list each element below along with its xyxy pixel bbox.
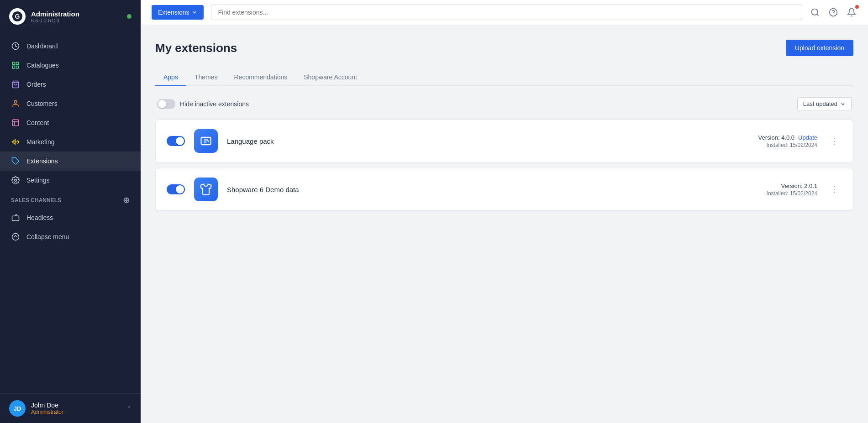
filter-bar: Hide inactive extensions Last updated <box>155 97 853 110</box>
sidebar-item-label: Orders <box>26 81 46 88</box>
sidebar-item-orders[interactable]: Orders <box>0 75 141 94</box>
extension-version-demo-data: Version: 2.0.1 <box>781 183 818 189</box>
sidebar-item-label: Extensions <box>26 157 58 165</box>
user-info: John Doe Administrator <box>31 402 121 415</box>
brand-name: Administration <box>31 10 121 18</box>
svg-rect-1 <box>12 62 15 64</box>
sidebar-item-label: Dashboard <box>26 42 58 50</box>
settings-icon <box>11 176 20 185</box>
content-area: My extensions Upload extension Apps Them… <box>141 25 868 423</box>
sidebar-item-label: Content <box>26 119 49 126</box>
topbar: Extensions <box>141 0 868 25</box>
sidebar-item-marketing[interactable]: Marketing <box>0 132 141 151</box>
notifications-icon[interactable] <box>846 7 857 18</box>
svg-rect-11 <box>12 216 19 221</box>
status-dot <box>127 14 132 19</box>
sidebar-item-label: Headless <box>26 214 53 221</box>
sidebar-brand: Administration 6.6.0.0.RC.3 <box>31 10 121 23</box>
svg-point-13 <box>812 9 818 15</box>
sidebar-header: Administration 6.6.0.0.RC.3 <box>0 0 141 33</box>
user-name: John Doe <box>31 402 121 409</box>
tab-themes[interactable]: Themes <box>186 69 226 86</box>
sidebar-item-dashboard[interactable]: Dashboard <box>0 37 141 56</box>
svg-line-14 <box>817 14 819 16</box>
svg-point-10 <box>15 179 17 182</box>
extension-name-demo-data: Shopware 6 Demo data <box>227 186 758 193</box>
brand-logo <box>9 8 26 25</box>
sidebar-item-headless[interactable]: Headless <box>0 208 141 227</box>
extension-icon-language-pack <box>194 129 218 153</box>
extensions-icon <box>11 157 20 166</box>
sales-channels-label: Sales Channels <box>11 197 61 204</box>
extension-meta-demo-data: Version: 2.0.1 Installed: 15/02/2024 <box>767 183 817 197</box>
extension-update-link-language-pack[interactable]: Update <box>798 134 817 141</box>
sidebar-item-settings[interactable]: Settings <box>0 171 141 190</box>
extension-menu-demo-data[interactable]: ⋮ <box>826 183 842 196</box>
sidebar-item-label: Settings <box>26 177 50 184</box>
main-content: Extensions My extensions Upload extensio… <box>141 0 868 423</box>
chevron-down-icon <box>840 101 846 107</box>
topbar-icons <box>810 7 857 18</box>
svg-rect-17 <box>201 137 211 145</box>
svg-point-6 <box>14 100 17 103</box>
search-input[interactable] <box>211 5 802 20</box>
extension-meta-language-pack: Version: 4.0.0 Update Installed: 15/02/2… <box>758 134 817 148</box>
svg-rect-2 <box>16 62 19 64</box>
sidebar-item-label: Marketing <box>26 138 54 146</box>
extension-card-language-pack: Language pack Version: 4.0.0 Update Inst… <box>155 120 853 162</box>
sort-button[interactable]: Last updated <box>797 97 852 110</box>
svg-rect-7 <box>12 120 19 126</box>
sort-label: Last updated <box>803 100 837 107</box>
sidebar-item-label: Customers <box>26 100 58 107</box>
extension-card-demo-data: Shopware 6 Demo data Version: 2.0.1 Inst… <box>155 168 853 211</box>
customers-icon <box>11 99 20 108</box>
headless-icon <box>11 213 20 222</box>
sidebar-item-content[interactable]: Content <box>0 113 141 132</box>
sidebar-item-customers[interactable]: Customers <box>0 94 141 113</box>
sidebar-item-label: Catalogues <box>26 62 59 69</box>
toggle-label: Hide inactive extensions <box>180 100 249 108</box>
user-menu-chevron[interactable]: ⌃ <box>127 405 132 412</box>
avatar: JD <box>9 400 26 417</box>
help-icon[interactable] <box>828 7 839 18</box>
extension-installed-language-pack: Installed: 15/02/2024 <box>758 142 817 148</box>
add-sales-channel-icon[interactable]: ⊕ <box>123 195 130 205</box>
catalogues-icon <box>11 61 20 70</box>
content-icon <box>11 118 20 127</box>
sidebar-item-extensions[interactable]: Extensions <box>0 151 141 171</box>
tab-recommendations[interactable]: Recommendations <box>226 69 296 86</box>
tabs: Apps Themes Recommendations Shopware Acc… <box>155 69 853 86</box>
orders-icon <box>11 80 20 89</box>
sidebar-footer: JD John Doe Administrator ⌃ <box>0 393 141 423</box>
toggle-wrap: Hide inactive extensions <box>157 99 249 109</box>
upload-extension-button[interactable]: Upload extension <box>786 40 853 56</box>
dashboard-icon <box>11 42 20 51</box>
brand-logo-inner <box>12 11 22 21</box>
tab-shopware-account[interactable]: Shopware Account <box>295 69 365 86</box>
marketing-icon <box>11 137 20 146</box>
extension-menu-language-pack[interactable]: ⋮ <box>826 134 842 148</box>
extensions-dropdown-btn[interactable]: Extensions <box>152 5 204 20</box>
hide-inactive-toggle[interactable] <box>157 99 175 109</box>
extension-toggle-demo-data[interactable] <box>167 184 185 194</box>
tab-apps[interactable]: Apps <box>155 69 186 86</box>
collapse-icon <box>11 232 20 241</box>
brand-version: 6.6.0.0.RC.3 <box>31 18 121 23</box>
collapse-menu-item[interactable]: Collapse menu <box>0 227 141 246</box>
user-role: Administrator <box>31 409 121 415</box>
svg-rect-3 <box>12 66 15 68</box>
extension-installed-demo-data: Installed: 15/02/2024 <box>767 190 817 197</box>
extension-name-language-pack: Language pack <box>227 137 749 145</box>
page-header: My extensions Upload extension <box>155 40 853 56</box>
extension-version-language-pack: Version: 4.0.0 <box>758 134 795 141</box>
sales-channels-header: Sales Channels ⊕ <box>0 190 141 208</box>
extension-toggle-language-pack[interactable] <box>167 136 185 146</box>
sidebar-nav: Dashboard Catalogues Orders Customers <box>0 33 141 393</box>
svg-point-12 <box>12 234 19 240</box>
page-title: My extensions <box>155 41 237 55</box>
sidebar-item-catalogues[interactable]: Catalogues <box>0 56 141 75</box>
svg-rect-4 <box>16 66 19 68</box>
collapse-label: Collapse menu <box>26 233 69 240</box>
sidebar: Administration 6.6.0.0.RC.3 Dashboard Ca… <box>0 0 141 423</box>
search-icon[interactable] <box>810 7 821 18</box>
